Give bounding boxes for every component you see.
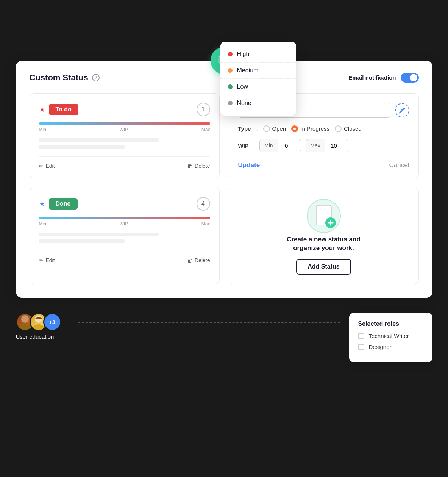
update-button[interactable]: Update	[238, 161, 260, 169]
edit-icon: ✏	[39, 163, 44, 169]
todo-wip-slider: Min WIP Max	[39, 122, 210, 132]
done-slider-fill	[39, 217, 210, 219]
bottom-section: +3 User education Selected roles Technic…	[16, 313, 432, 362]
option-open[interactable]: Open	[263, 125, 286, 132]
svg-point-13	[19, 324, 31, 330]
technical-writer-checkbox[interactable]	[358, 333, 364, 339]
wip-min-group: Min	[259, 139, 301, 152]
done-slider-track	[39, 217, 210, 219]
low-dot	[228, 84, 233, 89]
technical-writer-label: Technical Writer	[369, 333, 409, 339]
wip-min-label: Min	[260, 139, 278, 152]
todo-wip-label: WIP	[120, 127, 128, 132]
option-in-progress[interactable]: In Progress	[291, 125, 329, 132]
page-title: Custom Status	[30, 73, 88, 83]
form-actions: Update Cancel	[238, 161, 409, 169]
todo-line-1	[39, 138, 159, 142]
todo-slider-fill	[39, 122, 210, 125]
avatars-group: +3	[16, 313, 69, 331]
done-wip-label: WIP	[120, 221, 128, 227]
todo-slider-labels: Min WIP Max	[39, 127, 210, 132]
email-toggle[interactable]	[401, 73, 419, 83]
delete-icon: 🗑	[187, 163, 192, 169]
priority-low[interactable]: Low	[220, 79, 296, 95]
done-min-label: Min	[39, 221, 46, 227]
priority-dropdown[interactable]: High Medium Low None	[220, 42, 296, 116]
edit-icon-button[interactable]	[395, 103, 409, 117]
todo-slider-track	[39, 122, 210, 125]
priority-high[interactable]: High	[220, 46, 296, 63]
todo-card-header: ★ To do 1	[39, 103, 210, 116]
done-card-actions: ✏ Edit 🗑 Delete	[39, 251, 210, 263]
in-progress-radio[interactable]	[291, 125, 298, 132]
priority-low-label: Low	[237, 83, 248, 90]
priority-medium-label: Medium	[237, 67, 259, 74]
done-count-badge: 4	[197, 197, 210, 211]
designer-checkbox[interactable]	[358, 344, 364, 350]
none-dot	[228, 101, 233, 105]
closed-radio[interactable]	[335, 125, 342, 132]
option-closed[interactable]: Closed	[335, 125, 362, 132]
in-progress-label: In Progress	[300, 125, 329, 132]
dashed-connector	[78, 322, 340, 323]
selected-roles-dropdown: Selected roles Technical Writer Designer	[349, 313, 432, 362]
wip-max-label: Max	[306, 139, 325, 152]
svg-point-12	[21, 315, 29, 323]
todo-min-label: Min	[39, 127, 46, 132]
email-notification: Email notification	[348, 73, 418, 83]
todo-badge: To do	[49, 104, 78, 115]
designer-label: Designer	[369, 344, 392, 350]
priority-none[interactable]: None	[220, 95, 296, 111]
add-status-illustration	[305, 197, 343, 235]
roles-title: Selected roles	[358, 321, 423, 327]
priority-medium[interactable]: Medium	[220, 63, 296, 79]
done-edit-button[interactable]: ✏ Edit	[39, 257, 55, 263]
todo-max-label: Max	[201, 127, 210, 132]
done-wip-slider: Min WIP Max	[39, 217, 210, 227]
done-line-1	[39, 233, 159, 236]
role-designer[interactable]: Designer	[358, 344, 423, 350]
done-edit-icon: ✏	[39, 257, 44, 263]
wip-max-input[interactable]	[325, 139, 348, 152]
role-technical-writer[interactable]: Technical Writer	[358, 333, 423, 339]
illustration-svg	[305, 197, 343, 235]
open-label: Open	[272, 125, 286, 132]
done-badge: Done	[49, 198, 78, 210]
todo-edit-button[interactable]: ✏ Edit	[39, 163, 55, 169]
wip-min-input[interactable]	[278, 139, 301, 152]
todo-line-2	[39, 145, 125, 149]
cancel-button[interactable]: Cancel	[389, 161, 409, 169]
done-content-lines	[39, 233, 210, 243]
priority-none-label: None	[237, 100, 251, 106]
closed-label: Closed	[344, 125, 362, 132]
done-star-icon: ★	[39, 200, 45, 208]
high-dot	[228, 52, 233, 56]
type-label: Type	[238, 125, 251, 132]
todo-star-icon: ★	[39, 105, 45, 114]
done-delete-button[interactable]: 🗑 Delete	[187, 257, 210, 263]
done-line-2	[39, 239, 125, 243]
todo-content-lines	[39, 138, 210, 149]
priority-high-label: High	[237, 51, 250, 58]
done-max-label: Max	[201, 221, 210, 227]
todo-delete-button[interactable]: 🗑 Delete	[187, 163, 210, 169]
add-status-button[interactable]: Add Status	[296, 259, 351, 275]
avatar-count[interactable]: +3	[43, 313, 61, 331]
done-card-header: ★ Done 4	[39, 197, 210, 211]
wip-row: WIP : Min Max	[238, 139, 409, 152]
done-delete-icon: 🗑	[187, 257, 192, 263]
svg-point-15	[33, 324, 45, 330]
open-radio[interactable]	[263, 125, 270, 132]
add-status-description: Create a new status andorganize your wor…	[287, 235, 361, 253]
add-status-card: Create a new status andorganize your wor…	[229, 188, 419, 285]
todo-card-actions: ✏ Edit 🗑 Delete	[39, 156, 210, 169]
wip-label: WIP	[238, 142, 249, 149]
wip-colon: :	[253, 142, 255, 149]
email-notification-label: Email notification	[348, 74, 396, 81]
title-group: Custom Status ?	[30, 73, 100, 83]
user-education-label: User education	[16, 333, 54, 340]
help-icon[interactable]: ?	[92, 74, 100, 81]
todo-status-card: ★ To do 1 Min WIP Max	[30, 93, 220, 178]
done-status-card: ★ Done 4 Min WIP Max	[30, 188, 220, 285]
done-slider-labels: Min WIP Max	[39, 221, 210, 227]
